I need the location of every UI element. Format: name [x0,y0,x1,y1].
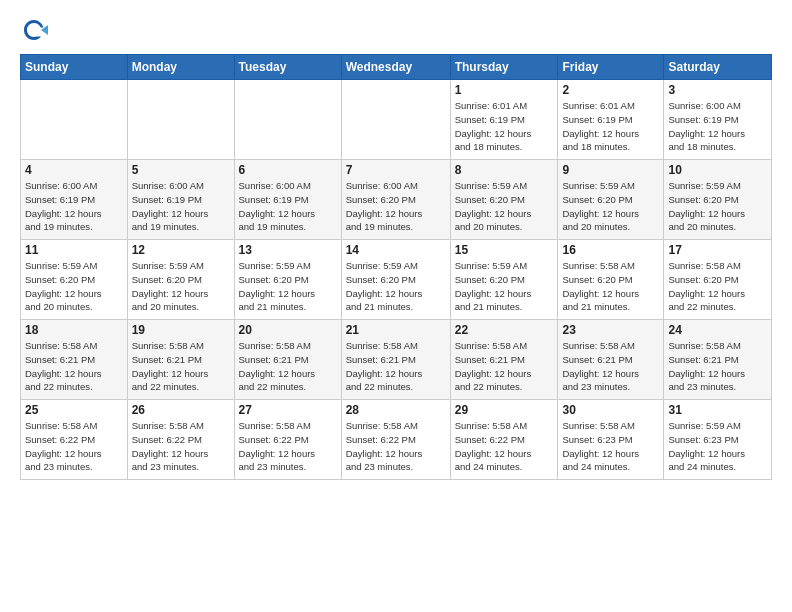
calendar-week-row: 4Sunrise: 6:00 AM Sunset: 6:19 PM Daylig… [21,160,772,240]
day-info: Sunrise: 6:00 AM Sunset: 6:19 PM Dayligh… [25,179,123,234]
day-number: 20 [239,323,337,337]
calendar-day-cell: 9Sunrise: 5:59 AM Sunset: 6:20 PM Daylig… [558,160,664,240]
calendar-table: SundayMondayTuesdayWednesdayThursdayFrid… [20,54,772,480]
calendar-day-header: Saturday [664,55,772,80]
calendar-day-cell: 10Sunrise: 5:59 AM Sunset: 6:20 PM Dayli… [664,160,772,240]
day-number: 26 [132,403,230,417]
day-number: 5 [132,163,230,177]
logo-icon [20,16,48,44]
calendar-day-cell: 6Sunrise: 6:00 AM Sunset: 6:19 PM Daylig… [234,160,341,240]
day-info: Sunrise: 5:59 AM Sunset: 6:20 PM Dayligh… [239,259,337,314]
day-number: 30 [562,403,659,417]
calendar-week-row: 18Sunrise: 5:58 AM Sunset: 6:21 PM Dayli… [21,320,772,400]
day-info: Sunrise: 5:58 AM Sunset: 6:20 PM Dayligh… [562,259,659,314]
day-info: Sunrise: 5:58 AM Sunset: 6:21 PM Dayligh… [25,339,123,394]
day-info: Sunrise: 5:59 AM Sunset: 6:20 PM Dayligh… [455,179,554,234]
calendar-day-cell: 8Sunrise: 5:59 AM Sunset: 6:20 PM Daylig… [450,160,558,240]
day-info: Sunrise: 5:59 AM Sunset: 6:20 PM Dayligh… [346,259,446,314]
day-number: 8 [455,163,554,177]
calendar-day-cell: 30Sunrise: 5:58 AM Sunset: 6:23 PM Dayli… [558,400,664,480]
calendar-day-cell [21,80,128,160]
calendar-day-cell [341,80,450,160]
calendar-day-cell: 2Sunrise: 6:01 AM Sunset: 6:19 PM Daylig… [558,80,664,160]
day-info: Sunrise: 5:58 AM Sunset: 6:21 PM Dayligh… [346,339,446,394]
calendar-day-cell: 15Sunrise: 5:59 AM Sunset: 6:20 PM Dayli… [450,240,558,320]
day-number: 4 [25,163,123,177]
calendar-day-header: Sunday [21,55,128,80]
calendar-day-cell: 3Sunrise: 6:00 AM Sunset: 6:19 PM Daylig… [664,80,772,160]
day-info: Sunrise: 5:58 AM Sunset: 6:21 PM Dayligh… [455,339,554,394]
day-number: 12 [132,243,230,257]
day-number: 13 [239,243,337,257]
calendar-day-cell: 24Sunrise: 5:58 AM Sunset: 6:21 PM Dayli… [664,320,772,400]
calendar-day-header: Thursday [450,55,558,80]
day-number: 14 [346,243,446,257]
day-info: Sunrise: 5:58 AM Sunset: 6:22 PM Dayligh… [346,419,446,474]
day-number: 18 [25,323,123,337]
day-number: 17 [668,243,767,257]
day-info: Sunrise: 5:59 AM Sunset: 6:20 PM Dayligh… [132,259,230,314]
calendar-day-cell: 31Sunrise: 5:59 AM Sunset: 6:23 PM Dayli… [664,400,772,480]
calendar-day-header: Wednesday [341,55,450,80]
calendar-day-cell: 29Sunrise: 5:58 AM Sunset: 6:22 PM Dayli… [450,400,558,480]
calendar-day-cell: 12Sunrise: 5:59 AM Sunset: 6:20 PM Dayli… [127,240,234,320]
day-number: 25 [25,403,123,417]
calendar-day-cell: 27Sunrise: 5:58 AM Sunset: 6:22 PM Dayli… [234,400,341,480]
day-number: 7 [346,163,446,177]
header [20,16,772,44]
day-info: Sunrise: 5:58 AM Sunset: 6:22 PM Dayligh… [25,419,123,474]
calendar-day-cell: 7Sunrise: 6:00 AM Sunset: 6:20 PM Daylig… [341,160,450,240]
day-info: Sunrise: 5:59 AM Sunset: 6:23 PM Dayligh… [668,419,767,474]
day-info: Sunrise: 5:58 AM Sunset: 6:21 PM Dayligh… [668,339,767,394]
day-number: 22 [455,323,554,337]
calendar-day-cell [127,80,234,160]
day-info: Sunrise: 6:00 AM Sunset: 6:19 PM Dayligh… [132,179,230,234]
calendar-day-cell: 5Sunrise: 6:00 AM Sunset: 6:19 PM Daylig… [127,160,234,240]
day-number: 23 [562,323,659,337]
calendar-week-row: 1Sunrise: 6:01 AM Sunset: 6:19 PM Daylig… [21,80,772,160]
day-info: Sunrise: 5:58 AM Sunset: 6:21 PM Dayligh… [562,339,659,394]
calendar-day-header: Monday [127,55,234,80]
logo [20,16,52,44]
day-info: Sunrise: 5:59 AM Sunset: 6:20 PM Dayligh… [25,259,123,314]
day-number: 3 [668,83,767,97]
day-info: Sunrise: 6:01 AM Sunset: 6:19 PM Dayligh… [562,99,659,154]
day-info: Sunrise: 5:59 AM Sunset: 6:20 PM Dayligh… [455,259,554,314]
day-number: 29 [455,403,554,417]
day-info: Sunrise: 5:59 AM Sunset: 6:20 PM Dayligh… [668,179,767,234]
calendar-day-cell: 21Sunrise: 5:58 AM Sunset: 6:21 PM Dayli… [341,320,450,400]
day-info: Sunrise: 5:58 AM Sunset: 6:23 PM Dayligh… [562,419,659,474]
calendar-header-row: SundayMondayTuesdayWednesdayThursdayFrid… [21,55,772,80]
calendar-day-cell: 16Sunrise: 5:58 AM Sunset: 6:20 PM Dayli… [558,240,664,320]
day-info: Sunrise: 5:58 AM Sunset: 6:22 PM Dayligh… [455,419,554,474]
calendar-day-cell: 19Sunrise: 5:58 AM Sunset: 6:21 PM Dayli… [127,320,234,400]
day-info: Sunrise: 6:00 AM Sunset: 6:19 PM Dayligh… [668,99,767,154]
day-number: 19 [132,323,230,337]
day-info: Sunrise: 5:58 AM Sunset: 6:22 PM Dayligh… [239,419,337,474]
day-info: Sunrise: 6:00 AM Sunset: 6:20 PM Dayligh… [346,179,446,234]
calendar-day-cell: 13Sunrise: 5:59 AM Sunset: 6:20 PM Dayli… [234,240,341,320]
day-number: 11 [25,243,123,257]
day-info: Sunrise: 6:00 AM Sunset: 6:19 PM Dayligh… [239,179,337,234]
day-info: Sunrise: 5:58 AM Sunset: 6:20 PM Dayligh… [668,259,767,314]
calendar-day-cell: 28Sunrise: 5:58 AM Sunset: 6:22 PM Dayli… [341,400,450,480]
day-number: 16 [562,243,659,257]
calendar-week-row: 25Sunrise: 5:58 AM Sunset: 6:22 PM Dayli… [21,400,772,480]
page: SundayMondayTuesdayWednesdayThursdayFrid… [0,0,792,612]
calendar-day-cell: 4Sunrise: 6:00 AM Sunset: 6:19 PM Daylig… [21,160,128,240]
day-number: 31 [668,403,767,417]
day-info: Sunrise: 5:58 AM Sunset: 6:21 PM Dayligh… [239,339,337,394]
calendar-day-cell: 1Sunrise: 6:01 AM Sunset: 6:19 PM Daylig… [450,80,558,160]
calendar-day-cell: 11Sunrise: 5:59 AM Sunset: 6:20 PM Dayli… [21,240,128,320]
calendar-day-cell: 14Sunrise: 5:59 AM Sunset: 6:20 PM Dayli… [341,240,450,320]
day-number: 10 [668,163,767,177]
calendar-day-header: Friday [558,55,664,80]
calendar-day-header: Tuesday [234,55,341,80]
day-number: 21 [346,323,446,337]
calendar-day-cell: 25Sunrise: 5:58 AM Sunset: 6:22 PM Dayli… [21,400,128,480]
calendar-week-row: 11Sunrise: 5:59 AM Sunset: 6:20 PM Dayli… [21,240,772,320]
day-number: 28 [346,403,446,417]
calendar-day-cell: 20Sunrise: 5:58 AM Sunset: 6:21 PM Dayli… [234,320,341,400]
day-info: Sunrise: 5:58 AM Sunset: 6:22 PM Dayligh… [132,419,230,474]
day-number: 6 [239,163,337,177]
